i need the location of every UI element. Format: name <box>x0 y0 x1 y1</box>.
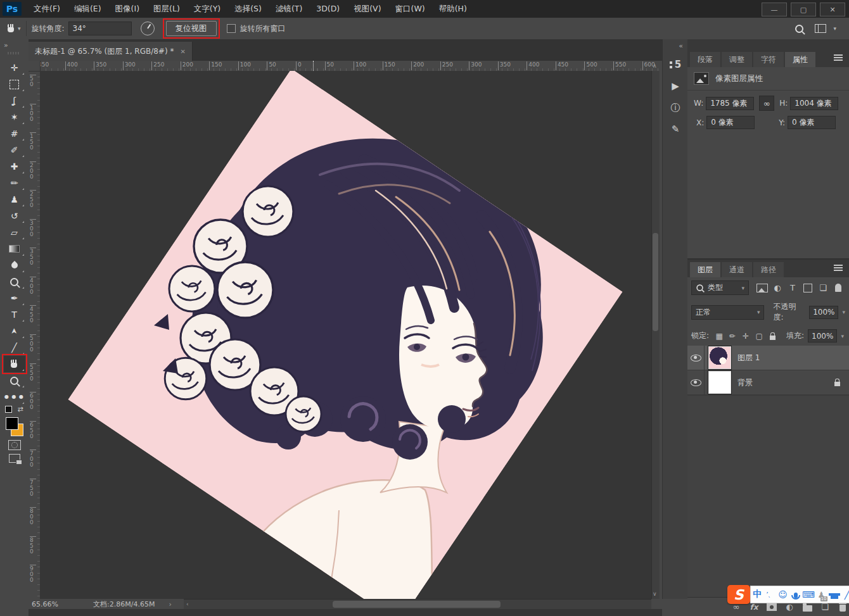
ime-chinese-mode[interactable]: 中 <box>751 586 763 603</box>
menu-filter[interactable]: 滤镜(T) <box>270 1 308 17</box>
notes-panel-icon[interactable]: ✎ <box>667 122 684 137</box>
layers-menu-icon[interactable] <box>834 265 843 271</box>
scroll-down-icon[interactable]: ∨ <box>653 591 657 597</box>
gradient-tool[interactable] <box>4 241 25 257</box>
tab-properties[interactable]: 属性 <box>785 52 815 67</box>
panel-menu-icon[interactable] <box>834 54 843 61</box>
blur-tool[interactable] <box>4 257 25 273</box>
menu-type[interactable]: 文字(Y) <box>188 1 226 17</box>
crop-tool[interactable]: # <box>4 125 25 142</box>
layer-row-background[interactable]: 背景 <box>687 370 849 395</box>
document-tab[interactable]: 未标题-1 @ 65.7% (图层 1, RGB/8#) * ✕ <box>29 42 193 61</box>
opacity-value[interactable]: 100% <box>809 306 838 319</box>
history-brush-tool[interactable]: ↺ <box>4 208 25 224</box>
filter-smartobject-icon[interactable]: ❏ <box>816 282 830 294</box>
lock-pixels-icon[interactable]: ✏ <box>726 330 739 342</box>
layer-visibility-icon[interactable] <box>691 355 701 361</box>
close-button[interactable]: ✕ <box>820 3 845 16</box>
expand-panels-icon[interactable]: « <box>679 42 683 50</box>
rotation-dial-icon[interactable] <box>141 22 155 35</box>
tab-channels[interactable]: 通道 <box>722 262 752 277</box>
move-tool[interactable]: ✛ <box>4 60 25 76</box>
horizontal-scrollbar[interactable]: ‹ › <box>184 599 659 610</box>
layer-row-layer1[interactable]: 图层 1 <box>687 346 849 370</box>
toolbar-grip[interactable] <box>8 52 20 54</box>
menu-file[interactable]: 文件(F) <box>28 1 66 17</box>
lock-artboard-icon[interactable]: ▢ <box>753 330 765 342</box>
layer-thumbnail[interactable] <box>708 371 731 394</box>
tab-paragraph[interactable]: 段落 <box>690 52 720 67</box>
link-dimensions-icon[interactable]: ∞ <box>759 96 774 111</box>
swap-colors-icon[interactable]: ⇄ <box>17 405 23 413</box>
lock-all-icon[interactable] <box>766 330 779 342</box>
width-input[interactable]: 1785 像素 <box>706 97 754 110</box>
toolbar-collapse-icon[interactable]: » <box>4 41 8 49</box>
x-input[interactable]: 0 像素 <box>706 116 755 129</box>
maximize-button[interactable]: ▢ <box>791 3 816 16</box>
scroll-up-icon[interactable]: ∧ <box>653 63 657 69</box>
filter-type-icon[interactable]: T <box>786 282 800 294</box>
layer-filter-dropdown[interactable]: 类型 ▾ <box>691 280 749 295</box>
eyedropper-tool[interactable]: ✐ <box>4 142 25 158</box>
layer-visibility-icon[interactable] <box>691 379 701 386</box>
screen-mode-button[interactable] <box>9 454 20 463</box>
y-input[interactable]: 0 像素 <box>788 116 836 129</box>
height-input[interactable]: 1004 像素 <box>790 97 838 110</box>
tab-layers[interactable]: 图层 <box>690 262 720 277</box>
ime-account-icon[interactable]: ♟10 <box>815 586 827 603</box>
history-panel-icon[interactable]: 5 <box>667 57 684 72</box>
horizontal-scrollbar-thumb[interactable] <box>333 601 501 608</box>
blend-mode-dropdown[interactable]: 正常 ▾ <box>691 305 764 320</box>
lasso-tool[interactable]: ʆ <box>4 92 25 109</box>
search-icon[interactable] <box>795 25 803 33</box>
tab-adjustments[interactable]: 调整 <box>722 52 752 67</box>
clone-stamp-tool[interactable]: ♟ <box>4 191 25 208</box>
menu-view[interactable]: 视图(V) <box>348 1 386 17</box>
canvas-area[interactable] <box>40 71 651 599</box>
workspace-chevron-icon[interactable]: ▾ <box>833 25 836 32</box>
magic-wand-tool[interactable]: ✶ <box>4 109 25 125</box>
path-select-tool[interactable]: ➤ <box>4 323 25 339</box>
healing-brush-tool[interactable]: ✚ <box>4 158 25 175</box>
tab-character[interactable]: 字符 <box>753 52 784 67</box>
tool-preset-chevron-icon[interactable]: ▾ <box>18 25 21 32</box>
fill-chevron-icon[interactable]: ▾ <box>841 333 844 339</box>
status-expand-icon[interactable]: › <box>169 600 171 608</box>
brush-tool[interactable]: ✏ <box>4 175 25 191</box>
ime-keyboard-icon[interactable]: ⌨ <box>802 586 815 603</box>
quick-mask-button[interactable] <box>8 440 21 450</box>
lock-position-icon[interactable]: ✛ <box>739 330 752 342</box>
ime-punctuation[interactable]: ’、 <box>763 586 776 603</box>
rotate-view-tool-icon[interactable] <box>6 24 16 33</box>
pen-tool[interactable]: ✒ <box>4 290 25 306</box>
menu-select[interactable]: 选择(S) <box>229 1 267 17</box>
info-panel-icon[interactable]: ⓘ <box>667 100 684 115</box>
ime-voice-icon[interactable] <box>789 586 802 603</box>
ime-emoji-icon[interactable]: ☺ <box>777 586 789 603</box>
opacity-chevron-icon[interactable]: ▾ <box>842 309 845 315</box>
rotate-all-windows-checkbox[interactable] <box>227 24 236 33</box>
dodge-tool[interactable] <box>4 273 25 290</box>
foreground-color-swatch[interactable] <box>6 417 18 430</box>
actions-panel-icon[interactable]: ▶ <box>667 79 684 94</box>
line-tool[interactable]: ╱ <box>4 339 25 356</box>
eraser-tool[interactable]: ▱ <box>4 224 25 241</box>
ime-more-icon[interactable]: ╱ <box>841 586 849 603</box>
menu-help[interactable]: 帮助(H) <box>433 1 473 17</box>
default-colors-icon[interactable] <box>5 406 12 413</box>
vertical-scrollbar[interactable] <box>651 71 660 599</box>
menu-image[interactable]: 图像(I) <box>110 1 145 17</box>
filter-adjustment-icon[interactable]: ◐ <box>770 282 784 294</box>
ime-skin-icon[interactable] <box>828 586 841 603</box>
lock-transparency-icon[interactable]: ▦ <box>713 330 725 342</box>
layer-thumbnail[interactable] <box>708 346 731 369</box>
filter-shape-icon[interactable] <box>801 282 815 294</box>
workspace-switcher-icon[interactable] <box>815 24 826 33</box>
more-tools[interactable]: ● ● ● <box>4 389 25 405</box>
zoom-tool[interactable] <box>4 372 25 389</box>
fill-value[interactable]: 100% <box>808 329 837 343</box>
close-document-icon[interactable]: ✕ <box>180 48 185 55</box>
layer-name[interactable]: 图层 1 <box>737 353 760 363</box>
rotate-view-tool[interactable] <box>4 356 25 372</box>
sogou-logo[interactable]: S <box>727 585 750 604</box>
